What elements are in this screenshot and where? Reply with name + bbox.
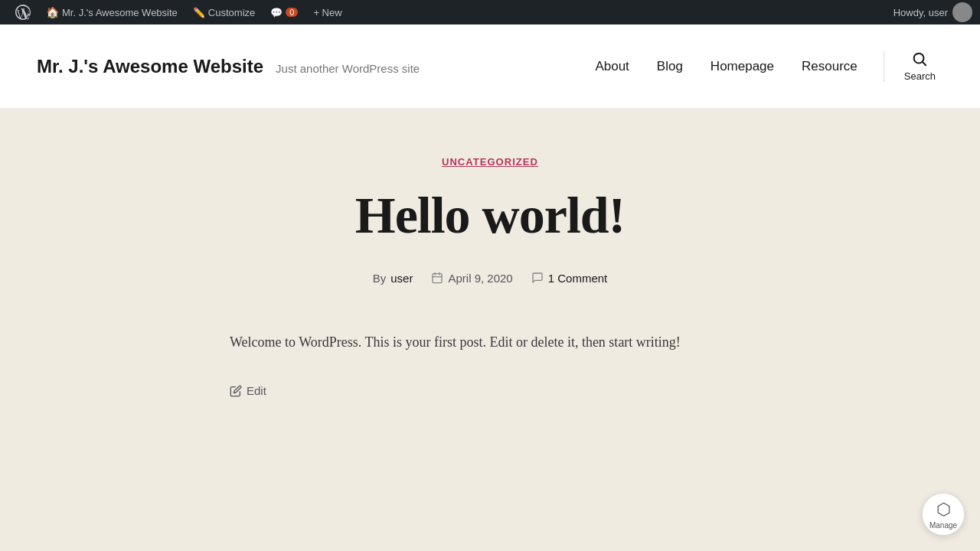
site-header: Mr. J.'s Awesome Website Just another Wo… xyxy=(0,24,980,109)
comments-icon: 💬 xyxy=(270,7,283,18)
nav-item-homepage: Homepage xyxy=(697,59,788,74)
nav-link-homepage[interactable]: Homepage xyxy=(710,59,774,73)
wp-logo-icon xyxy=(15,5,31,20)
post-content: Welcome to WordPress. This is your first… xyxy=(230,331,750,354)
calendar-icon xyxy=(431,272,443,284)
customize-icon: ✏️ xyxy=(193,7,205,18)
svg-line-1 xyxy=(923,62,926,65)
nav-item-about: About xyxy=(581,59,642,74)
header-right: About Blog Homepage Resource Search xyxy=(581,46,943,86)
post-title: Hello world! xyxy=(161,187,819,244)
edit-label: Edit xyxy=(247,384,266,397)
nav-link-about[interactable]: About xyxy=(595,59,629,73)
admin-bar: 🏠 Mr. J.'s Awesome Website ✏️ Customize … xyxy=(0,0,980,24)
post-meta: By user April 9, 2020 1 Comment xyxy=(161,272,819,285)
howdy-text: Howdy, user xyxy=(893,7,948,18)
post-author-link[interactable]: user xyxy=(390,272,413,285)
nav-item-resource: Resource xyxy=(788,59,871,74)
edit-link[interactable]: Edit xyxy=(230,384,750,397)
comments-link[interactable]: 💬 0 xyxy=(263,0,305,24)
search-icon xyxy=(911,51,928,67)
search-label: Search xyxy=(904,70,936,82)
wp-logo-link[interactable] xyxy=(8,0,38,24)
nav-divider xyxy=(884,51,884,82)
post-date-meta: April 9, 2020 xyxy=(431,272,512,285)
site-branding: Mr. J.'s Awesome Website Just another Wo… xyxy=(37,56,420,77)
main-nav: About Blog Homepage Resource xyxy=(581,59,871,74)
comments-badge: 0 xyxy=(286,8,298,17)
nav-link-resource[interactable]: Resource xyxy=(802,59,858,73)
admin-bar-left: 🏠 Mr. J.'s Awesome Website ✏️ Customize … xyxy=(8,0,893,24)
post-date: April 9, 2020 xyxy=(448,272,512,285)
customize-link[interactable]: ✏️ Customize xyxy=(185,0,263,24)
admin-site-icon: 🏠 xyxy=(46,6,59,18)
post-comments-meta: 1 Comment xyxy=(531,272,608,285)
user-avatar xyxy=(952,2,972,22)
admin-bar-right: Howdy, user xyxy=(893,2,972,22)
new-link[interactable]: + New xyxy=(305,0,349,24)
svg-rect-2 xyxy=(433,274,442,283)
nav-menu: About Blog Homepage Resource xyxy=(581,59,871,74)
post-comments-link[interactable]: 1 Comment xyxy=(548,272,608,285)
post-article: UNCATEGORIZED Hello world! By user April… xyxy=(161,155,819,397)
category-label: UNCATEGORIZED xyxy=(161,155,819,168)
admin-site-name[interactable]: 🏠 Mr. J.'s Awesome Website xyxy=(38,0,185,24)
site-main: UNCATEGORIZED Hello world! By user April… xyxy=(145,109,835,458)
post-content-text: Welcome to WordPress. This is your first… xyxy=(230,331,750,354)
comment-icon xyxy=(531,272,544,284)
site-title[interactable]: Mr. J.'s Awesome Website xyxy=(37,56,263,77)
category-link[interactable]: UNCATEGORIZED xyxy=(442,156,538,168)
search-button[interactable]: Search xyxy=(897,46,943,86)
post-author-meta: By user xyxy=(373,272,413,285)
nav-link-blog[interactable]: Blog xyxy=(657,59,683,73)
post-author-prefix: By xyxy=(373,272,387,285)
site-tagline: Just another WordPress site xyxy=(276,62,420,75)
edit-icon xyxy=(230,385,242,397)
nav-item-blog: Blog xyxy=(643,59,697,74)
